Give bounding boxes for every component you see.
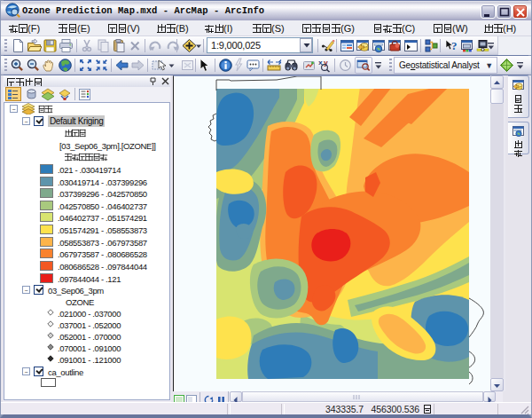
svg-text:?: ? (451, 39, 458, 52)
svg-text:y: y (324, 59, 328, 67)
